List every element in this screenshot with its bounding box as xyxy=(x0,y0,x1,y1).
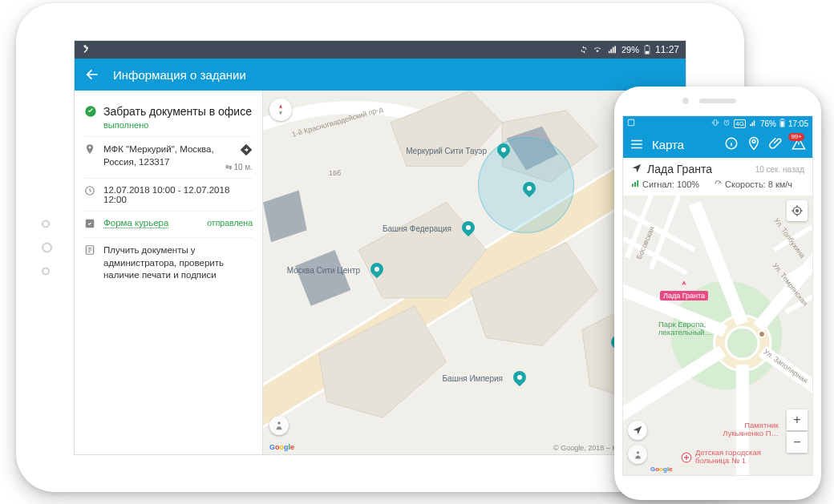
cell-signal-icon xyxy=(749,119,757,128)
svg-rect-26 xyxy=(634,182,636,187)
battery-percent: 76% xyxy=(760,119,776,128)
vehicle-updated-ago: 10 сек. назад xyxy=(755,165,804,174)
wifi-icon xyxy=(593,46,602,54)
svg-rect-22 xyxy=(781,119,783,119)
net-4g-icon: 4G xyxy=(734,119,746,128)
hospital-icon xyxy=(681,452,692,466)
menu-button[interactable] xyxy=(630,137,644,151)
battery-icon xyxy=(644,45,650,54)
svg-rect-19 xyxy=(715,120,717,126)
svg-rect-27 xyxy=(637,180,638,187)
note-icon xyxy=(84,244,97,257)
task-distance: 10 м. xyxy=(233,163,253,171)
svg-point-17 xyxy=(277,421,281,425)
screenshot-icon xyxy=(627,119,635,128)
vehicle-marker-label: Лада Гранта xyxy=(660,291,708,300)
svg-rect-23 xyxy=(781,121,784,127)
cell-signal-icon xyxy=(607,46,617,54)
streetview-button[interactable] xyxy=(628,445,647,464)
vibrate-icon xyxy=(711,119,719,128)
alerts-button[interactable]: 99+ xyxy=(791,136,806,153)
appbar-title: Информация о задании xyxy=(113,68,246,82)
svg-rect-25 xyxy=(632,183,634,187)
signal-label: Сигнал: xyxy=(642,179,674,189)
tools-icon xyxy=(81,45,91,54)
attach-button[interactable] xyxy=(769,136,783,153)
poi-label-mercury: Меркурий Сити Тауэр xyxy=(406,147,487,155)
form-link[interactable]: Форма курьера xyxy=(103,218,168,228)
phone-device-frame: 4G 76% 17:05 Карта xyxy=(614,87,821,500)
speed-icon xyxy=(714,179,725,189)
info-button[interactable] xyxy=(724,136,739,153)
svg-point-33 xyxy=(796,210,799,212)
speed-value: 8 км/ч xyxy=(768,179,792,189)
task-address: МФК "Меркурий", Москва, Россия, 123317 xyxy=(103,143,219,168)
task-title: Забрать документы в офисе xyxy=(103,105,253,118)
location-pin-icon xyxy=(84,143,97,156)
poi-label-empire: Башня Империя xyxy=(443,374,503,383)
poi-label-citycenter: Москва Сити Центр xyxy=(287,266,360,275)
vehicle-marker[interactable]: Лада Гранта xyxy=(660,280,708,300)
poi-monument: ПамятникЛукьяненко П… xyxy=(723,421,779,438)
task-details-panel: Забрать документы в офисе выполнено МФК … xyxy=(75,91,263,454)
poi-pin[interactable] xyxy=(462,221,475,234)
signal-bars-icon xyxy=(631,179,642,189)
svg-point-3 xyxy=(85,106,95,116)
navigation-icon xyxy=(631,163,642,175)
vehicle-name: Лада Гранта xyxy=(647,163,712,175)
checkbox-icon xyxy=(84,218,97,231)
tablet-status-bar: 29% 11:27 xyxy=(75,41,686,58)
zoom-in-button[interactable]: + xyxy=(787,409,808,430)
task-status: выполнено xyxy=(103,120,253,130)
svg-rect-18 xyxy=(628,119,634,126)
streetview-button[interactable] xyxy=(269,416,289,435)
form-status: отправлена xyxy=(207,218,253,228)
clock-icon xyxy=(84,185,97,198)
task-note: Плучить документы у администратора, пров… xyxy=(103,244,253,282)
poi-pin[interactable] xyxy=(497,143,510,156)
map-attribution: Google xyxy=(269,443,294,451)
svg-rect-2 xyxy=(646,51,649,54)
poi-hospital: Детская городскаябольница № 1 xyxy=(695,449,761,466)
sync-icon xyxy=(580,46,588,54)
poi-pin[interactable] xyxy=(370,263,383,276)
location-button[interactable] xyxy=(747,136,761,153)
check-circle-icon xyxy=(84,105,97,119)
poi-park: Парк Европа,лекательный… xyxy=(658,321,712,337)
alarm-icon xyxy=(723,119,731,128)
directions-icon[interactable] xyxy=(240,143,253,158)
my-location-button[interactable] xyxy=(787,200,808,221)
vehicle-card: Лада Гранта 10 сек. назад Сигнал: 100% xyxy=(623,158,812,196)
poi-dot xyxy=(758,330,766,338)
speed-label: Скорость: xyxy=(725,179,766,189)
back-button[interactable] xyxy=(84,67,100,83)
phone-app-bar: Карта 99+ xyxy=(623,131,812,158)
svg-rect-1 xyxy=(646,45,648,46)
poi-label-federation: Башня Федерация xyxy=(383,224,451,233)
building-number: 16б xyxy=(329,169,341,177)
tablet-sensor-dots xyxy=(42,220,52,276)
phone-map[interactable]: Лада Гранта Парк Европа,лекательный… Пам… xyxy=(623,196,812,475)
clock-text: 11:27 xyxy=(655,44,679,55)
phone-screen: 4G 76% 17:05 Карта xyxy=(622,115,813,476)
map-attribution: Google xyxy=(650,466,673,473)
compass-button[interactable] xyxy=(628,421,647,440)
tablet-screen: 29% 11:27 Информация о задании За xyxy=(74,40,686,455)
tablet-app-bar: Информация о задании xyxy=(75,58,686,91)
poi-pin[interactable] xyxy=(513,371,526,384)
compass-button[interactable] xyxy=(269,99,292,121)
task-time-window: 12.07.2018 10:00 - 12.07.2018 12:00 xyxy=(103,185,253,204)
battery-percent: 29% xyxy=(621,45,639,54)
alerts-badge: 99+ xyxy=(788,133,804,141)
battery-icon xyxy=(779,119,785,129)
phone-status-bar: 4G 76% 17:05 xyxy=(623,116,812,131)
svg-point-36 xyxy=(636,451,638,454)
appbar-title: Карта xyxy=(652,138,684,151)
current-location-pin[interactable] xyxy=(523,182,536,195)
zoom-out-button[interactable]: − xyxy=(787,432,808,453)
signal-value: 100% xyxy=(677,179,699,189)
clock-text: 17:05 xyxy=(788,119,808,128)
